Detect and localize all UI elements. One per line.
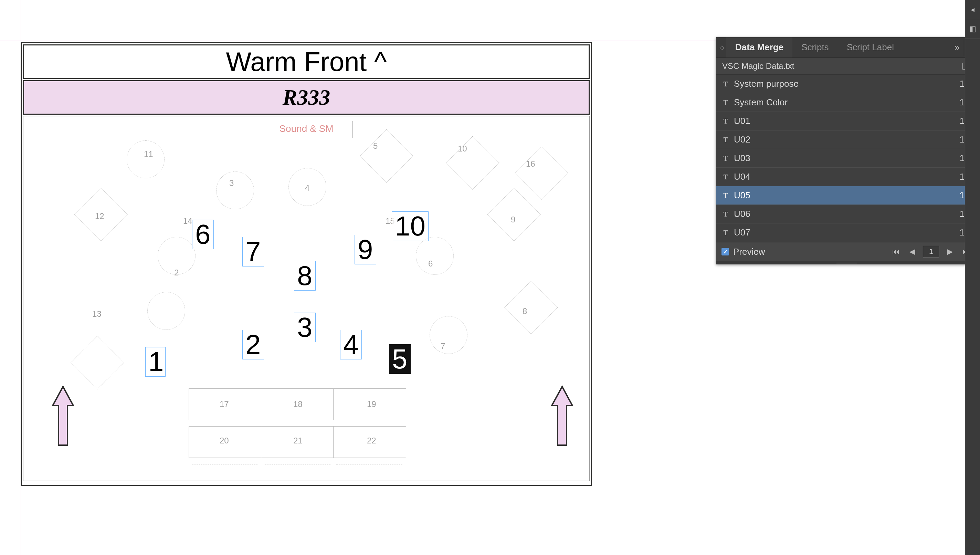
field-row[interactable]: T U02 1 — [716, 130, 978, 149]
field-row[interactable]: T U07 1 — [716, 223, 978, 242]
data-source-filename: VSC Magic Data.txt — [722, 61, 794, 71]
table-number: 3 — [229, 178, 234, 188]
field-name: U06 — [734, 209, 750, 219]
arrow-up-icon — [51, 385, 75, 447]
text-field-icon: T — [722, 80, 729, 88]
table-number: 2 — [174, 268, 179, 278]
panel-tabs: ◇ Data Merge Scripts Script Label » ≡ — [716, 37, 978, 58]
collapse-panel-icon[interactable]: » — [950, 38, 964, 56]
text-field-icon: T — [722, 210, 729, 219]
panel-resize-grip[interactable] — [716, 261, 978, 265]
field-name: U04 — [734, 172, 750, 182]
table-number: 4 — [305, 183, 309, 193]
text-field-icon: T — [722, 135, 729, 144]
field-list: T System purpose 1 T System Color 1 T U0… — [716, 75, 978, 242]
unit-3-frame[interactable]: 3 — [294, 313, 315, 342]
table-number: 7 — [440, 342, 445, 351]
unit-4-frame[interactable]: 4 — [340, 330, 362, 359]
panel-grip-icon[interactable]: ◇ — [716, 44, 726, 51]
ghost-table — [504, 281, 558, 334]
ghost-table — [487, 188, 541, 241]
field-name: System Color — [734, 97, 788, 108]
document-canvas[interactable]: Warm Front ^ R333 Sound & SM — [0, 0, 716, 555]
table-number: 10 — [458, 144, 467, 154]
floorplan-frame[interactable]: Sound & SM — [23, 116, 590, 481]
pager-next-icon[interactable]: ▶ — [945, 246, 955, 258]
field-row[interactable]: T U04 1 — [716, 168, 978, 186]
unit-8-frame[interactable]: 8 — [294, 261, 315, 290]
table-number: 16 — [526, 159, 535, 169]
field-row[interactable]: T U01 1 — [716, 112, 978, 130]
unit-9-frame[interactable]: 9 — [355, 235, 376, 265]
table-number: 8 — [522, 306, 527, 316]
tab-script-label[interactable]: Script Label — [838, 37, 903, 58]
ghost-table — [216, 172, 254, 209]
text-field-icon: T — [722, 191, 729, 200]
ghost-table — [127, 141, 165, 178]
table-number: 14 — [183, 216, 192, 226]
table-number: 22 — [367, 436, 376, 446]
sound-sm-label: Sound & SM — [260, 121, 353, 138]
preview-label: Preview — [733, 247, 765, 257]
arrow-up-icon — [550, 385, 574, 447]
pager-prev-icon[interactable]: ◀ — [907, 246, 918, 258]
field-row[interactable]: T System purpose 1 — [716, 75, 978, 93]
field-row-selected[interactable]: T U05 1 — [716, 186, 978, 205]
title-text: Warm Front ^ — [226, 46, 387, 77]
table-number: 19 — [367, 399, 376, 409]
data-merge-panel[interactable]: ◇ Data Merge Scripts Script Label » ≡ VS… — [716, 37, 978, 265]
dock-panel-icon[interactable]: ◧ — [965, 19, 980, 38]
ghost-table — [70, 336, 124, 390]
text-field-icon: T — [722, 98, 729, 107]
table-number: 21 — [293, 436, 303, 446]
unit-5-frame-selected[interactable]: 5 — [389, 344, 411, 374]
unit-10-frame[interactable]: 10 — [392, 212, 429, 241]
ghost-table — [429, 316, 468, 354]
table-number: 6 — [428, 259, 433, 269]
record-pager: ⏮ ◀ ▶ ⏭ — [890, 246, 972, 258]
field-row[interactable]: T U03 1 — [716, 149, 978, 168]
page-frame[interactable]: Warm Front ^ R333 Sound & SM — [21, 42, 592, 486]
unit-1-frame[interactable]: 1 — [145, 347, 166, 377]
field-name: U05 — [734, 190, 750, 201]
field-row[interactable]: T U06 1 — [716, 205, 978, 223]
pager-first-icon[interactable]: ⏮ — [890, 246, 902, 258]
table-number: 9 — [511, 215, 515, 225]
subtitle-text: R333 — [283, 85, 330, 110]
table-number: 11 — [144, 149, 153, 159]
tab-data-merge[interactable]: Data Merge — [726, 37, 793, 58]
field-name: U01 — [734, 115, 750, 126]
right-dock: ◂ ◧ — [965, 0, 980, 555]
ghost-table — [446, 136, 500, 190]
unit-2-frame[interactable]: 2 — [242, 330, 264, 359]
table-number: 17 — [219, 399, 229, 409]
pager-page-input[interactable] — [923, 246, 939, 258]
text-field-icon: T — [722, 117, 729, 126]
table-number: 18 — [293, 399, 303, 409]
ghost-table — [515, 146, 568, 200]
title-frame[interactable]: Warm Front ^ — [23, 45, 590, 79]
field-name: System purpose — [734, 79, 799, 89]
text-field-icon: T — [722, 173, 729, 181]
tab-scripts[interactable]: Scripts — [793, 37, 837, 58]
subtitle-frame[interactable]: R333 — [23, 80, 590, 115]
table-number: 20 — [219, 436, 229, 446]
data-source-row: VSC Magic Data.txt — [716, 58, 978, 75]
field-name: U02 — [734, 134, 750, 145]
text-field-icon: T — [722, 228, 729, 237]
ghost-table — [416, 237, 454, 275]
field-name: U07 — [734, 227, 750, 238]
field-row[interactable]: T System Color 1 — [716, 93, 978, 112]
table-number: 12 — [95, 212, 104, 221]
ghost-table — [147, 292, 185, 330]
table-number: 13 — [92, 309, 102, 319]
table-number: 5 — [373, 141, 378, 151]
ghost-table — [360, 129, 413, 183]
panel-footer: ✓ Preview ⏮ ◀ ▶ ⏭ — [716, 242, 978, 261]
field-name: U03 — [734, 153, 750, 164]
unit-6-frame[interactable]: 6 — [192, 220, 214, 249]
text-field-icon: T — [722, 154, 729, 163]
dock-expand-icon[interactable]: ◂ — [965, 0, 980, 19]
unit-7-frame[interactable]: 7 — [242, 237, 264, 266]
preview-checkbox[interactable]: ✓ — [722, 248, 729, 255]
